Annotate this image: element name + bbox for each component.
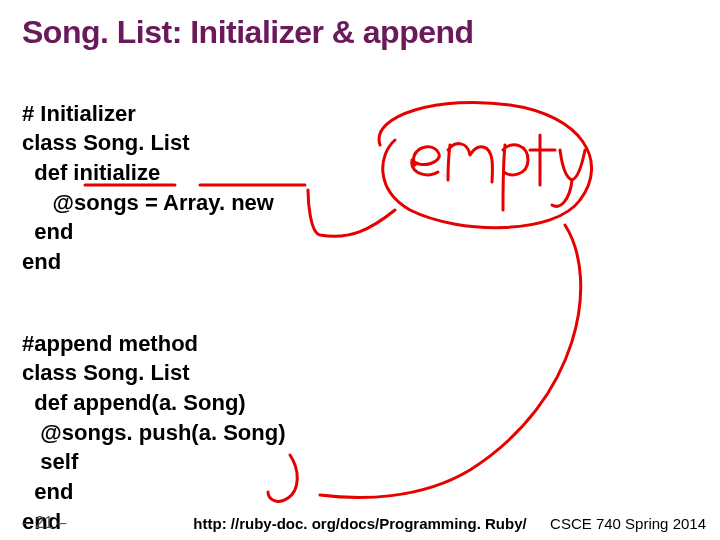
slide-title: Song. List: Initializer & append <box>22 14 698 51</box>
code-line: def initialize <box>22 160 160 185</box>
footer-course: CSCE 740 Spring 2014 <box>550 515 706 532</box>
append-code: #append method class Song. List def appe… <box>22 299 698 537</box>
code-line: # Initializer <box>22 101 136 126</box>
footer-url: http: //ruby-doc. org/docs/Programming. … <box>193 515 526 532</box>
spacer <box>22 277 698 299</box>
slide-container: Song. List: Initializer & append # Initi… <box>0 0 720 540</box>
code-line: #append method <box>22 331 198 356</box>
code-line: @songs = Array. new <box>22 190 274 215</box>
code-line: class Song. List <box>22 130 190 155</box>
code-line: end <box>22 219 73 244</box>
code-line: end <box>22 479 73 504</box>
code-line: end <box>22 249 61 274</box>
code-line: class Song. List <box>22 360 190 385</box>
initializer-code: # Initializer class Song. List def initi… <box>22 69 698 277</box>
page-number: – 21 – <box>22 514 66 532</box>
code-line: def append(a. Song) <box>22 390 246 415</box>
code-line: @songs. push(a. Song) <box>22 420 285 445</box>
code-line: self <box>22 449 78 474</box>
